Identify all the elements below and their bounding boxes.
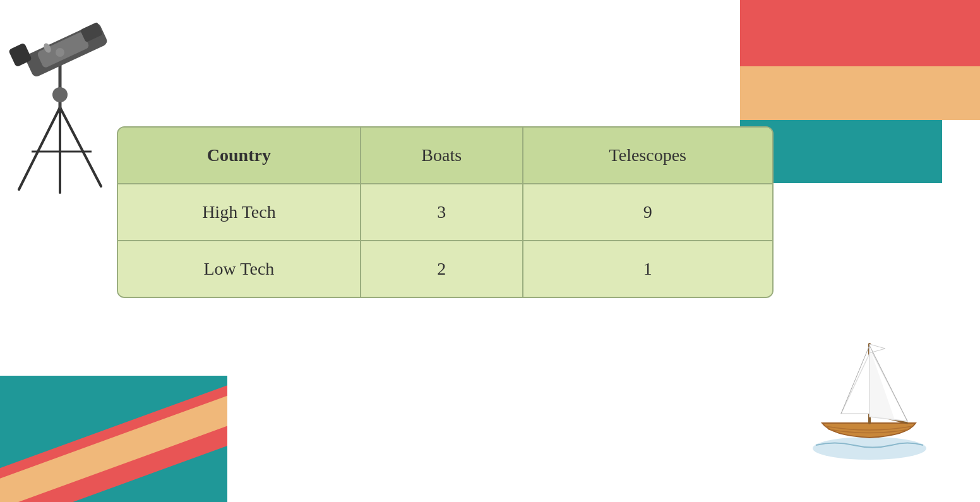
decorative-color-blocks-bottom-left (0, 357, 227, 502)
table-row: Low Tech 2 1 (118, 241, 772, 297)
column-header-country: Country (118, 128, 361, 184)
color-block-orange (740, 66, 980, 120)
svg-point-10 (52, 87, 68, 102)
column-header-boats: Boats (361, 128, 523, 184)
column-header-telescopes: Telescopes (523, 128, 772, 184)
svg-line-2 (60, 107, 101, 186)
svg-point-12 (813, 437, 926, 460)
data-table-wrapper: Country Boats Telescopes High Tech 3 9 L… (111, 126, 780, 298)
cell-telescopes-1: 9 (523, 184, 772, 241)
color-block-red (740, 0, 980, 66)
sailboat-illustration (797, 325, 942, 464)
cell-boats-1: 3 (361, 184, 523, 241)
telescope-illustration (0, 0, 120, 196)
cell-boats-2: 2 (361, 241, 523, 297)
cell-country-2: Low Tech (118, 241, 361, 297)
cell-country-1: High Tech (118, 184, 361, 241)
cell-telescopes-2: 1 (523, 241, 772, 297)
table-row: High Tech 3 9 (118, 184, 772, 241)
table-header-row: Country Boats Telescopes (118, 128, 772, 184)
svg-point-9 (56, 48, 64, 57)
svg-line-0 (19, 107, 60, 189)
country-data-table: Country Boats Telescopes High Tech 3 9 L… (117, 126, 774, 298)
